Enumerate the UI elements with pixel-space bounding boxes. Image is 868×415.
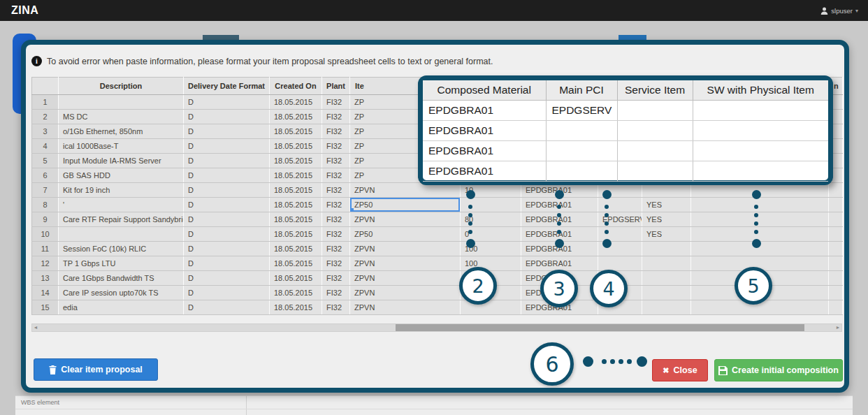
table-cell[interactable]: FI32 [322, 154, 350, 168]
scrollbar-thumb[interactable] [396, 324, 804, 331]
table-cell[interactable]: ZPVN [350, 286, 461, 300]
table-cell[interactable]: 18.05.2015 [270, 95, 322, 110]
table-cell[interactable]: FI32 [322, 286, 350, 300]
table-cell[interactable] [598, 256, 642, 271]
table-cell[interactable]: FI32 [322, 256, 350, 271]
table-cell[interactable] [691, 198, 829, 212]
table-cell[interactable]: FI32 [322, 300, 350, 315]
app-logo[interactable]: ZINA [0, 4, 38, 17]
table-cell[interactable]: ZPVN [350, 212, 461, 227]
table-cell[interactable]: ZPVN [350, 300, 461, 315]
table-cell[interactable]: 18.05.2015 [270, 139, 322, 154]
row-number[interactable]: 1 [32, 95, 59, 110]
table-cell[interactable] [829, 271, 843, 286]
table-cell[interactable]: GB SAS HDD [59, 168, 184, 183]
row-number[interactable]: 13 [32, 271, 59, 286]
table-cell[interactable] [829, 212, 843, 227]
table-cell[interactable]: Care 1Gbps Bandwidth TS [59, 271, 184, 286]
table-cell[interactable]: o/1Gb Ethernet, 850nm [59, 124, 184, 139]
table-cell[interactable]: FI32 [322, 124, 350, 139]
table-cell[interactable]: FI32 [322, 212, 350, 227]
table-cell[interactable]: D [184, 168, 270, 183]
table-cell[interactable]: 18.05.2015 [270, 124, 322, 139]
table-cell[interactable]: ZPVN [350, 256, 461, 271]
table-cell[interactable] [829, 183, 843, 198]
table-cell[interactable]: 18.05.2015 [270, 154, 322, 168]
create-initial-composition-button[interactable]: Create initial composition [714, 359, 843, 381]
column-header[interactable]: Created On [270, 78, 322, 95]
row-number[interactable]: 9 [32, 212, 59, 227]
scroll-right-arrow[interactable]: ► [834, 324, 841, 331]
column-header[interactable]: Description [59, 78, 184, 95]
table-cell[interactable]: YES [642, 227, 691, 242]
table-cell[interactable]: FI32 [322, 110, 350, 124]
table-cell[interactable]: edia [59, 300, 184, 315]
table-cell[interactable]: FI32 [322, 139, 350, 154]
table-cell[interactable]: YES [642, 212, 691, 227]
table-cell[interactable]: ZP50 [350, 227, 461, 242]
table-cell[interactable]: 18.05.2015 [270, 271, 322, 286]
table-cell[interactable]: 18.05.2015 [270, 256, 322, 271]
horizontal-scrollbar[interactable]: ◄ ► [31, 323, 842, 332]
table-cell[interactable]: D [184, 183, 270, 198]
table-cell[interactable]: FI32 [322, 227, 350, 242]
table-cell[interactable]: 18.05.2015 [270, 300, 322, 315]
table-cell[interactable]: FI32 [322, 95, 350, 110]
user-menu[interactable]: slpuser ▾ [820, 7, 868, 15]
table-cell[interactable]: D [184, 256, 270, 271]
table-cell[interactable]: D [184, 139, 270, 154]
column-header[interactable]: Plant [322, 78, 350, 95]
row-number[interactable]: 6 [32, 168, 59, 183]
table-cell[interactable] [59, 95, 184, 110]
table-cell[interactable] [642, 271, 691, 286]
row-number[interactable]: 3 [32, 124, 59, 139]
row-number[interactable]: 8 [32, 198, 59, 212]
table-cell[interactable]: 18.05.2015 [270, 286, 322, 300]
table-cell[interactable]: FI32 [322, 183, 350, 198]
table-cell[interactable] [642, 242, 691, 256]
table-cell[interactable] [642, 256, 691, 271]
row-number[interactable]: 7 [32, 183, 59, 198]
table-cell[interactable]: 18.05.2015 [270, 212, 322, 227]
table-cell[interactable]: 18.05.2015 [270, 198, 322, 212]
table-cell[interactable] [691, 227, 829, 242]
table-cell[interactable]: D [184, 242, 270, 256]
row-number[interactable]: 12 [32, 256, 59, 271]
table-cell[interactable]: Care IP session upto70k TS [59, 286, 184, 300]
row-number[interactable]: 14 [32, 286, 59, 300]
table-cell[interactable]: ZPVN [350, 271, 461, 286]
table-cell[interactable] [59, 227, 184, 242]
column-header[interactable]: Delivery Date Format [184, 78, 270, 95]
table-cell[interactable]: D [184, 110, 270, 124]
selected-cell[interactable]: ZP50 [350, 198, 461, 212]
scroll-left-arrow[interactable]: ◄ [32, 324, 39, 331]
table-cell[interactable] [829, 256, 843, 271]
table-cell[interactable]: D [184, 95, 270, 110]
row-number[interactable]: 11 [32, 242, 59, 256]
row-number[interactable]: 2 [32, 110, 59, 124]
table-cell[interactable]: Session FoC (10k) RLIC [59, 242, 184, 256]
table-cell[interactable]: ZPVN [350, 242, 461, 256]
table-cell[interactable]: D [184, 227, 270, 242]
table-cell[interactable]: YES [642, 198, 691, 212]
row-number[interactable]: 5 [32, 154, 59, 168]
table-cell[interactable]: D [184, 286, 270, 300]
close-button[interactable]: ✖ Close [652, 359, 708, 381]
table-cell[interactable]: EPDGBRA01 [521, 256, 598, 271]
table-cell[interactable]: D [184, 154, 270, 168]
table-cell[interactable]: 18.05.2015 [270, 242, 322, 256]
table-cell[interactable]: D [184, 124, 270, 139]
table-cell[interactable]: TP 1 Gbps LTU [59, 256, 184, 271]
table-cell[interactable]: ical 1000Base-T [59, 139, 184, 154]
table-cell[interactable]: D [184, 271, 270, 286]
row-number[interactable]: 4 [32, 139, 59, 154]
clear-item-proposal-button[interactable]: Clear item proposal [34, 358, 158, 381]
table-cell[interactable]: Input Module IA-RMS Server [59, 154, 184, 168]
table-cell[interactable]: 18.05.2015 [270, 183, 322, 198]
table-cell[interactable] [829, 286, 843, 300]
table-cell[interactable] [829, 198, 843, 212]
table-cell[interactable]: 18.05.2015 [270, 110, 322, 124]
table-cell[interactable]: MS DC [59, 110, 184, 124]
row-number[interactable]: 10 [32, 227, 59, 242]
table-cell[interactable]: D [184, 198, 270, 212]
